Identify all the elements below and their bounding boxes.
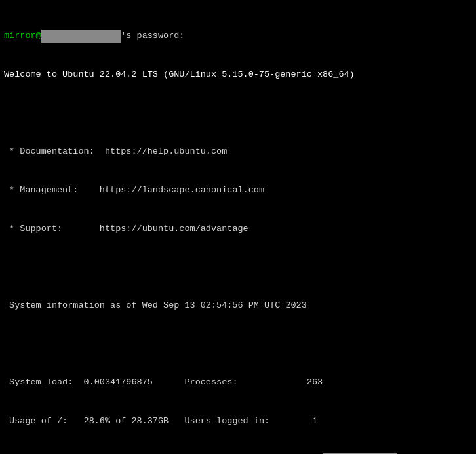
mgmt-line: * Management: https://landscape.canonica… — [4, 184, 472, 197]
sysload-line: System load: 0.00341796875 Processes: 26… — [4, 376, 472, 389]
password-text: 's password: — [121, 31, 184, 41]
sysinfo-line: System information as of Wed Sep 13 02:5… — [4, 299, 472, 312]
doc-line: * Documentation: https://help.ubuntu.com — [4, 145, 472, 158]
blank-1 — [4, 107, 472, 120]
username-text: mirror@ — [4, 31, 121, 41]
hostname-redacted — [41, 30, 121, 43]
welcome-line: Welcome to Ubuntu 22.04.2 LTS (GNU/Linux… — [4, 68, 472, 81]
password-line: mirror@ 's password: — [4, 30, 472, 43]
blank-3 — [4, 338, 472, 351]
blank-2 — [4, 260, 472, 274]
usage-line: Usage of /: 28.6% of 28.37GB Users logge… — [4, 415, 472, 428]
support-line: * Support: https://ubuntu.com/advantage — [4, 222, 472, 236]
terminal-window: mirror@ 's password: Welcome to Ubuntu 2… — [0, 0, 476, 454]
